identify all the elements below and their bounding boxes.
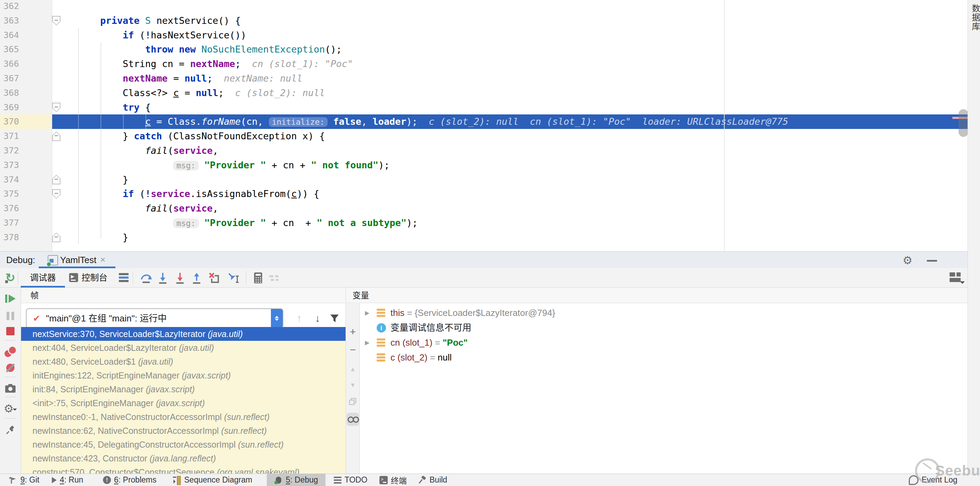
show-watches-icon[interactable] [347, 413, 359, 426]
code-line-370[interactable]: c = Class.forName(cn, initialize: false,… [55, 115, 788, 129]
tab-debugger[interactable]: 调试器 [21, 268, 65, 287]
line-number-367[interactable]: 367 [3, 71, 19, 86]
fold-marker-icon[interactable] [52, 233, 60, 242]
statusbar-problems[interactable]: ! 6: Problems [103, 474, 156, 486]
code-line-364[interactable]: if (!hasNextService()) [55, 28, 247, 43]
code-line-375[interactable]: if (!service.isAssignableFrom(c)) { [55, 186, 319, 201]
statusbar-run[interactable]: 4: Run [52, 474, 83, 486]
gear-icon[interactable]: ⚙ [903, 252, 913, 268]
line-number-376[interactable]: 376 [3, 201, 19, 216]
combobox-spinner[interactable] [271, 309, 283, 328]
rerun-icon[interactable]: ↻ [3, 269, 17, 286]
statusbar-git[interactable]: 9: Git [9, 474, 40, 486]
duplicate-icon[interactable] [346, 394, 360, 409]
add-watch-icon[interactable]: + [346, 324, 360, 339]
run-to-cursor-icon[interactable] [227, 271, 240, 284]
previous-frame-icon[interactable]: ↑ [292, 308, 306, 328]
next-frame-icon[interactable]: ↓ [311, 308, 325, 328]
move-up-icon[interactable]: ▲ [346, 362, 360, 377]
step-over-icon[interactable] [140, 271, 153, 284]
statusbar-event-log[interactable]: Event Log [909, 474, 958, 486]
line-number-366[interactable]: 366 [3, 57, 19, 71]
hide-icon[interactable] [927, 260, 937, 262]
thread-combobox[interactable]: ✔ "main"@1 在组 "main": 运行中 [26, 308, 283, 328]
line-number-363[interactable]: 363 [3, 13, 19, 28]
line-number-368[interactable]: 368 [3, 86, 19, 100]
line-number-377[interactable]: 377 [3, 216, 19, 230]
resume-icon[interactable] [0, 292, 21, 306]
statusbar-debug[interactable]: 5: Debug [267, 474, 326, 486]
tab-console[interactable]: ▶ 控制台 [69, 268, 123, 287]
line-number-373[interactable]: 373 [3, 158, 19, 172]
fold-marker-icon[interactable] [52, 131, 60, 141]
camera-icon[interactable] [0, 382, 21, 395]
statusbar-terminal[interactable]: > 终端 [379, 474, 407, 486]
code-line-368[interactable]: Class<?> c = null; c (slot_2): null [55, 86, 325, 100]
variable-row[interactable]: ▶this = {ServiceLoader$LazyIterator@794} [360, 306, 967, 320]
fold-marker-icon[interactable] [52, 175, 60, 185]
editor-scrollbar-thumb[interactable] [959, 109, 967, 137]
frame-row[interactable]: newInstance:62, NativeConstructorAccesso… [21, 424, 345, 438]
frames-list[interactable]: nextService:370, ServiceLoader$LazyItera… [21, 327, 345, 473]
variables-tree[interactable]: ▶this = {ServiceLoader$LazyIterator@794}… [360, 303, 967, 473]
mute-breakpoints-icon[interactable] [0, 361, 21, 375]
code-line-371[interactable]: } catch (ClassNotFoundException x) { [55, 129, 325, 143]
code-line-365[interactable]: throw new NoSuchElementException(); [55, 42, 342, 57]
drop-frame-icon[interactable] [207, 271, 221, 284]
code-editor[interactable]: 3623633643653663673683693703713723733743… [0, 0, 967, 251]
move-down-icon[interactable]: ▼ [346, 378, 360, 393]
variable-row[interactable]: ▶cn (slot_1) = "Poc" [360, 335, 967, 350]
frame-row[interactable]: next:404, ServiceLoader$LazyIterator (ja… [21, 341, 345, 355]
line-number-372[interactable]: 372 [3, 143, 19, 158]
fold-marker-icon[interactable] [52, 16, 60, 25]
hide-library-frames-filter-icon[interactable] [329, 313, 340, 323]
stop-icon[interactable] [0, 324, 21, 338]
line-number-374[interactable]: 374 [3, 172, 19, 187]
code-line-363[interactable]: private S nextService() { [55, 13, 240, 28]
expand-arrow-icon[interactable]: ▶ [365, 335, 369, 350]
code-line-366[interactable]: String cn = nextName; cn (slot_1): "Poc" [55, 57, 353, 71]
line-number-378[interactable]: 378 [3, 230, 19, 245]
variables-info-row[interactable]: i变量调试信息不可用 [360, 320, 967, 335]
frame-row[interactable]: newInstance:45, DelegatingConstructorAcc… [21, 438, 345, 451]
force-step-into-icon[interactable] [173, 271, 186, 284]
code-line-376[interactable]: fail(service, [55, 201, 218, 216]
close-icon[interactable]: × [100, 252, 105, 268]
statusbar-build[interactable]: Build [418, 474, 447, 486]
frame-row[interactable]: newInstance:423, Constructor (java.lang.… [21, 451, 345, 465]
frame-row[interactable]: nextService:370, ServiceLoader$LazyItera… [21, 327, 345, 341]
frame-row[interactable]: initEngines:122, ScriptEngineManager (ja… [21, 368, 345, 382]
pause-icon[interactable] [0, 309, 21, 323]
line-number-371[interactable]: 371 [3, 129, 19, 143]
code-line-378[interactable]: } [55, 230, 128, 245]
line-number-362[interactable]: 362 [3, 0, 19, 13]
tab-yamltest[interactable]: YamlTest × [39, 252, 115, 268]
restore-layout-icon[interactable] [950, 272, 963, 284]
pin-tab-icon[interactable] [0, 423, 21, 437]
step-out-icon[interactable] [190, 271, 203, 284]
fold-marker-icon[interactable] [52, 189, 60, 199]
code-line-369[interactable]: try { [55, 100, 151, 115]
code-line-377[interactable]: msg: "Provider " + cn + " not a subtype"… [55, 216, 418, 230]
frame-row[interactable]: newInstance0:-1, NativeConstructorAccess… [21, 410, 345, 424]
line-number-370[interactable]: 370 [3, 115, 19, 129]
evaluate-expression-icon[interactable] [251, 271, 265, 284]
line-number-369[interactable]: 369 [3, 100, 19, 115]
code-line-374[interactable]: } [55, 172, 128, 187]
tab-database[interactable]: 数据库 [969, 4, 980, 31]
line-number-375[interactable]: 375 [3, 186, 19, 201]
frame-row[interactable]: construct:570, Constructor$ConstructSequ… [21, 465, 345, 473]
line-number-364[interactable]: 364 [3, 28, 19, 43]
code-line-367[interactable]: nextName = null; nextName: null [55, 71, 302, 86]
statusbar-sequence-diagram[interactable]: Sequence Diagram [173, 474, 252, 486]
trace-stream-icon[interactable] [267, 271, 281, 284]
frame-row[interactable]: next:480, ServiceLoader$1 (java.util) [21, 355, 345, 368]
statusbar-todo[interactable]: TODO [334, 474, 368, 486]
line-number-365[interactable]: 365 [3, 42, 19, 57]
expand-arrow-icon[interactable]: ▶ [365, 306, 369, 320]
remove-watch-icon[interactable]: − [346, 342, 360, 357]
frame-row[interactable]: init:84, ScriptEngineManager (javax.scri… [21, 382, 345, 396]
code-line-373[interactable]: msg: "Provider " + cn + " not found"); [55, 158, 390, 172]
frame-row[interactable]: <init>:75, ScriptEngineManager (javax.sc… [21, 396, 345, 410]
fold-marker-icon[interactable] [52, 103, 60, 112]
